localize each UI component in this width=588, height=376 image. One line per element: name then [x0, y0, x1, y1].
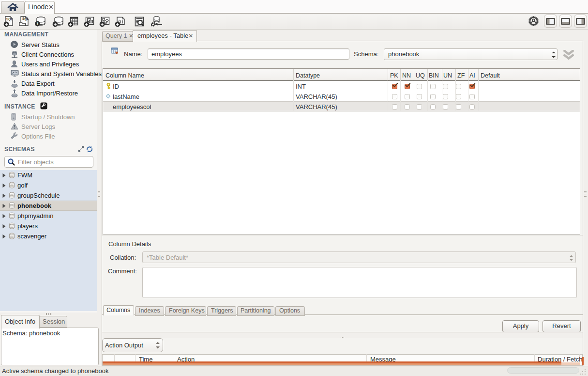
svg-text:SQL: SQL [22, 17, 29, 21]
svg-text:SQL: SQL [6, 17, 13, 21]
